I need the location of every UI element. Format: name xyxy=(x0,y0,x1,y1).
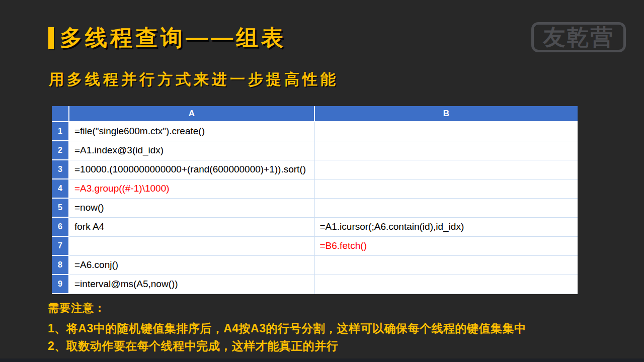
presentation-slide: 多线程查询——组表 友乾营 用多线程并行方式来进一步提高性能 A B 1 =fi… xyxy=(0,0,644,362)
cell-a9: =interval@ms(A5,now()) xyxy=(69,275,314,294)
row-number: 9 xyxy=(52,275,69,294)
notes-block: 需要注意： 1、将A3中的随机键值集排序后，A4按A3的行号分割，这样可以确保每… xyxy=(48,301,526,355)
row-number: 1 xyxy=(52,122,69,141)
row-number: 6 xyxy=(52,217,69,236)
corner-cell xyxy=(52,106,69,122)
row-number: 5 xyxy=(52,198,69,217)
row-number: 2 xyxy=(52,141,69,160)
cell-b5 xyxy=(314,198,578,217)
table-row: 2 =A1.index@3(id_idx) xyxy=(52,141,578,160)
cell-b9 xyxy=(314,275,578,294)
cell-b2 xyxy=(314,141,578,160)
cell-a6: fork A4 xyxy=(69,217,314,236)
notes-heading: 需要注意： xyxy=(48,301,526,316)
cell-a2: =A1.index@3(id_idx) xyxy=(69,141,314,160)
cell-b8 xyxy=(314,255,578,275)
cell-b4 xyxy=(314,179,578,198)
brand-logo-text: 友乾营 xyxy=(543,23,614,52)
table-row: 6 fork A4 =A1.icursor(;A6.contain(id),id… xyxy=(52,217,578,236)
row-number: 3 xyxy=(52,160,69,179)
row-number: 7 xyxy=(52,236,69,255)
cell-a7 xyxy=(69,236,314,255)
brand-logo: 友乾营 xyxy=(531,22,626,52)
slide-title-block: 多线程查询——组表 xyxy=(48,23,286,53)
spreadsheet-table: A B 1 =file("single600m.ctx").create() 2… xyxy=(52,106,578,294)
cell-a4: =A3.group((#-1)\1000) xyxy=(69,179,314,198)
cell-a5: =now() xyxy=(69,198,314,217)
cell-a8: =A6.conj() xyxy=(69,255,314,275)
cell-b6: =A1.icursor(;A6.contain(id),id_idx) xyxy=(314,217,578,236)
table-row: 5 =now() xyxy=(52,198,578,217)
cell-b7: =B6.fetch() xyxy=(314,236,578,255)
column-header-a: A xyxy=(69,106,314,122)
table-row: 9 =interval@ms(A5,now()) xyxy=(52,275,578,294)
title-accent-bar xyxy=(48,27,54,49)
slide-bottom-strip xyxy=(0,358,644,362)
column-header-b: B xyxy=(314,106,578,122)
note-line-1: 1、将A3中的随机键值集排序后，A4按A3的行号分割，这样可以确保每个线程的键值… xyxy=(48,320,526,337)
cell-b1 xyxy=(314,122,578,141)
page-title: 多线程查询——组表 xyxy=(60,23,286,53)
row-number: 4 xyxy=(52,179,69,198)
column-header-row: A B xyxy=(52,106,578,122)
row-number: 8 xyxy=(52,255,69,275)
table-row: 3 =10000.(1000000000000+(rand(600000000)… xyxy=(52,160,578,179)
cell-a3: =10000.(1000000000000+(rand(600000000)+1… xyxy=(69,160,314,179)
table-row: 7 =B6.fetch() xyxy=(52,236,578,255)
note-line-2: 2、取数动作要在每个线程中完成，这样才能真正的并行 xyxy=(48,337,526,355)
table-row: 8 =A6.conj() xyxy=(52,255,578,275)
slide-subtitle: 用多线程并行方式来进一步提高性能 xyxy=(49,69,339,90)
cell-b3 xyxy=(314,160,578,179)
cell-a1: =file("single600m.ctx").create() xyxy=(69,122,314,141)
table-row: 1 =file("single600m.ctx").create() xyxy=(52,122,578,141)
table-row: 4 =A3.group((#-1)\1000) xyxy=(52,179,578,198)
